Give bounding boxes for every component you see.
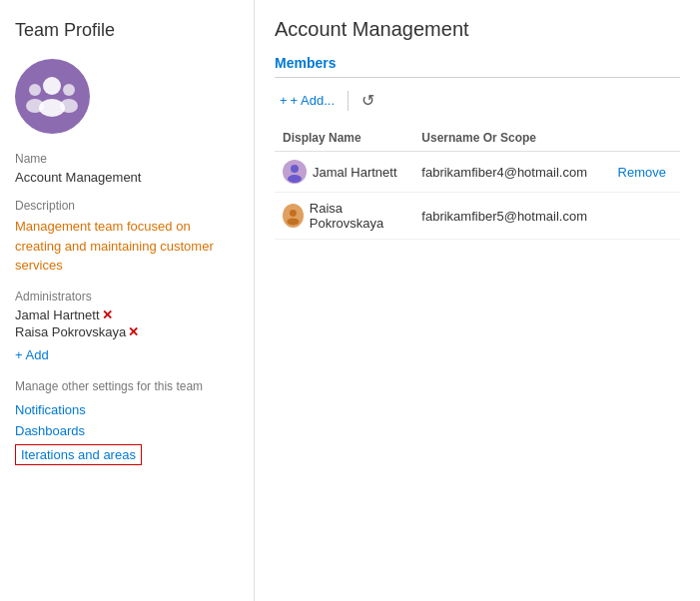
col-header-username: Username Or Scope [413, 125, 609, 152]
member-username-1: fabrikamfiber4@hotmail.com [413, 152, 609, 193]
refresh-button[interactable]: ↺ [356, 88, 379, 113]
manage-settings-label: Manage other settings for this team [15, 378, 239, 395]
toolbar-separator [348, 91, 349, 111]
svg-point-0 [43, 77, 61, 95]
team-avatar [15, 59, 90, 134]
name-label: Name [15, 152, 239, 166]
page-title: Account Management [275, 18, 680, 41]
member-action-2 [610, 193, 680, 240]
avatar-1 [283, 160, 307, 184]
administrators-label: Administrators [15, 290, 239, 303]
svg-point-8 [290, 210, 297, 217]
svg-point-2 [29, 84, 41, 96]
admin-name-1: Jamal Hartnett [15, 307, 100, 322]
sidebar: Team Profile Name Account Management Des… [0, 0, 255, 601]
dashboards-link[interactable]: Dashboards [15, 423, 239, 438]
add-admin-link[interactable]: + Add [15, 347, 49, 362]
team-name-value: Account Management [15, 170, 239, 185]
description-label: Description [15, 199, 239, 213]
svg-point-6 [291, 165, 299, 173]
member-username-2: fabrikamfiber5@hotmail.com [413, 193, 609, 240]
iterations-and-areas-link[interactable]: Iterations and areas [15, 444, 142, 465]
svg-point-7 [288, 175, 302, 183]
members-toolbar: + + Add... ↺ [275, 88, 680, 113]
member-name-text-2: Raisa Pokrovskaya [310, 201, 406, 231]
add-icon: + [280, 93, 288, 108]
remove-admin-2-icon[interactable]: ✕ [128, 324, 139, 339]
col-header-action [610, 125, 680, 152]
avatar-2 [283, 204, 304, 228]
svg-point-9 [287, 219, 299, 226]
add-label: + Add... [291, 93, 335, 108]
add-member-button[interactable]: + + Add... [275, 90, 340, 111]
svg-point-3 [26, 99, 44, 113]
svg-point-4 [63, 84, 75, 96]
notifications-link[interactable]: Notifications [15, 402, 239, 417]
remove-member-1-button[interactable]: Remove [618, 165, 666, 180]
description-value: Management team focused on creating and … [15, 217, 239, 276]
table-row: Raisa Pokrovskaya fabrikamfiber5@hotmail… [275, 193, 680, 240]
member-name-text-1: Jamal Hartnett [313, 165, 397, 180]
main-content: Account Management Members + + Add... ↺ … [255, 0, 700, 601]
table-row: Jamal Hartnett fabrikamfiber4@hotmail.co… [275, 152, 680, 193]
admin-item-2: Raisa Pokrovskaya ✕ [15, 324, 239, 339]
member-display-name-2: Raisa Pokrovskaya [275, 193, 413, 240]
admin-name-2: Raisa Pokrovskaya [15, 324, 126, 339]
svg-point-5 [60, 99, 78, 113]
col-header-display-name: Display Name [275, 125, 413, 152]
team-avatar-icon [25, 68, 80, 126]
remove-admin-1-icon[interactable]: ✕ [102, 307, 113, 322]
members-header: Members [275, 55, 680, 71]
member-display-name-1: Jamal Hartnett [275, 152, 413, 193]
header-divider [275, 77, 680, 78]
refresh-icon: ↺ [361, 92, 374, 109]
members-table: Display Name Username Or Scope Jamal [275, 125, 680, 240]
member-action-1: Remove [610, 152, 680, 193]
admin-item: Jamal Hartnett ✕ [15, 307, 239, 322]
sidebar-title: Team Profile [15, 20, 239, 41]
